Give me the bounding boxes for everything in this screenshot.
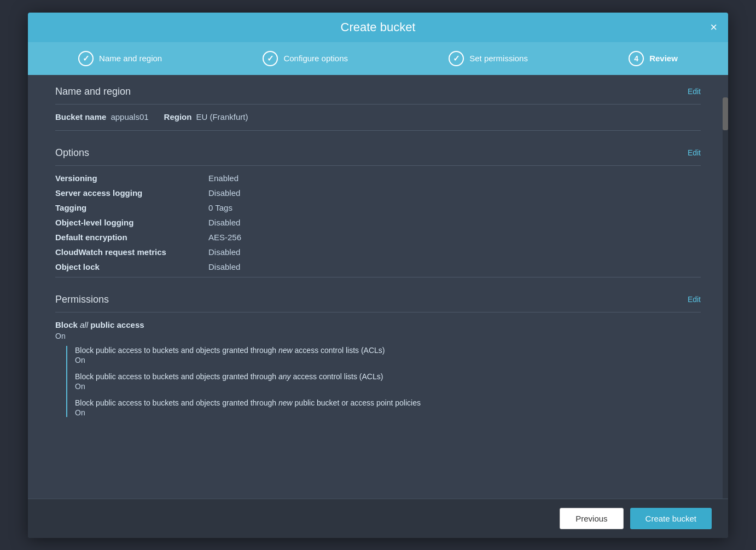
modal-footer: Previous Create bucket: [28, 499, 728, 538]
step-label-configure-options: Configure options: [283, 54, 348, 63]
section-options-header: Options Edit: [55, 147, 701, 159]
perm-sub-status: On: [75, 356, 701, 364]
step-icon-name-region: [78, 51, 94, 66]
step-label-review: Review: [649, 54, 678, 63]
section-name-region-title: Name and region: [55, 86, 131, 97]
perm-sub-item: Block public access to buckets and objec…: [75, 346, 701, 364]
block-all-label-pre: Block: [55, 320, 80, 329]
section-options-title: Options: [55, 147, 89, 159]
region-value: EU (Frankfurt): [196, 112, 248, 121]
option-label: Tagging: [55, 203, 208, 212]
name-region-divider: [55, 104, 701, 105]
step-icon-set-permissions: [449, 51, 464, 66]
bucket-name-value: appuals01: [111, 112, 148, 121]
modal-container: Create bucket × Name and region Configur…: [28, 13, 728, 538]
option-value: Enabled: [208, 173, 701, 183]
perm-sub-item: Block public access to buckets and objec…: [75, 398, 701, 417]
close-button[interactable]: ×: [710, 21, 717, 33]
block-all-em: all: [80, 320, 88, 329]
option-value: 0 Tags: [208, 203, 701, 212]
step-icon-review: 4: [629, 51, 644, 66]
perm-sub-status: On: [75, 408, 701, 417]
content-area: Name and region Edit Bucket name appuals…: [28, 75, 728, 479]
step-review: 4 Review: [629, 51, 678, 66]
section-permissions: Permissions Edit Block all public access…: [55, 283, 701, 430]
scrollbar-track[interactable]: [723, 97, 728, 501]
permissions-divider: [55, 312, 701, 312]
section-permissions-header: Permissions Edit: [55, 294, 701, 305]
section-permissions-title: Permissions: [55, 294, 109, 305]
bucket-name-label: Bucket name: [55, 112, 106, 121]
bucket-name-row: Bucket name appuals01 Region EU (Frankfu…: [55, 112, 701, 121]
options-grid: VersioningEnabledServer access loggingDi…: [55, 173, 701, 271]
perm-sub-item: Block public access to buckets and objec…: [75, 372, 701, 391]
options-divider: [55, 165, 701, 166]
option-value: Disabled: [208, 262, 701, 271]
option-value: Disabled: [208, 218, 701, 227]
edit-name-region-link[interactable]: Edit: [688, 87, 701, 96]
step-label-set-permissions: Set permissions: [469, 54, 528, 63]
section-name-region: Name and region Edit Bucket name appuals…: [55, 75, 701, 131]
perm-sub-list: Block public access to buckets and objec…: [66, 346, 701, 417]
section-name-region-header: Name and region Edit: [55, 86, 701, 97]
perm-sub-label: Block public access to buckets and objec…: [75, 372, 701, 381]
step-icon-configure-options: [263, 51, 278, 66]
option-value: Disabled: [208, 247, 701, 257]
option-label: Default encryption: [55, 233, 208, 242]
option-value: AES-256: [208, 233, 701, 242]
section-options: Options Edit VersioningEnabledServer acc…: [55, 136, 701, 277]
create-bucket-button[interactable]: Create bucket: [630, 508, 712, 529]
steps-bar: Name and region Configure options Set pe…: [28, 42, 728, 75]
modal-title: Create bucket: [341, 20, 416, 34]
option-label: CloudWatch request metrics: [55, 247, 208, 257]
block-all-public-access: Block all public access On Block public …: [55, 320, 701, 417]
perm-sub-status: On: [75, 382, 701, 391]
scrollbar-thumb[interactable]: [723, 97, 728, 130]
option-label: Versioning: [55, 173, 208, 183]
block-all-status: On: [55, 332, 701, 340]
edit-options-link[interactable]: Edit: [688, 148, 701, 157]
step-label-name-region: Name and region: [99, 54, 162, 63]
step-set-permissions: Set permissions: [449, 51, 528, 66]
previous-button[interactable]: Previous: [560, 508, 623, 529]
block-all-label: Block all public access: [55, 320, 701, 329]
modal-header: Create bucket ×: [28, 13, 728, 42]
region-label: Region: [164, 112, 192, 121]
perm-sub-label: Block public access to buckets and objec…: [75, 398, 701, 407]
step-name-region: Name and region: [78, 51, 162, 66]
block-all-label-post: public access: [88, 320, 144, 329]
option-label: Object-level logging: [55, 218, 208, 227]
option-value: Disabled: [208, 188, 701, 198]
perm-sub-label: Block public access to buckets and objec…: [75, 346, 701, 355]
option-label: Object lock: [55, 262, 208, 271]
edit-permissions-link[interactable]: Edit: [688, 295, 701, 304]
option-label: Server access logging: [55, 188, 208, 198]
step-configure-options: Configure options: [263, 51, 348, 66]
